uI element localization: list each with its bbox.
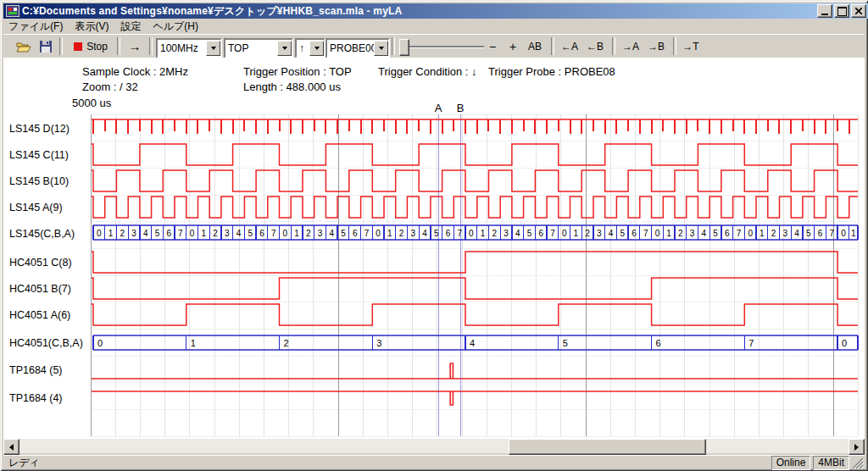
sample-clock-select[interactable]: 100MHz [156,38,222,58]
stop-button[interactable]: Stop [68,37,114,55]
scrollbar-thumb[interactable] [509,439,706,455]
sample-clock-value: 100MHz [158,42,206,54]
dropdown-button[interactable] [374,41,388,56]
goto-marker-a-button[interactable]: ←A [558,37,581,55]
pulse-tick [450,363,453,379]
bus-value: 3 [225,229,230,238]
bus-value: 3 [318,229,323,238]
bus-value: 4 [470,338,475,348]
bus-value: 6 [818,229,823,238]
resize-grip[interactable] [852,457,864,469]
info-zoom: Zoom : / 32 [82,80,138,93]
scroll-left-button[interactable] [3,439,19,455]
goto-trigger-button[interactable]: →T [680,37,702,55]
bus-value: 3 [690,229,695,238]
bus-value: 2 [771,229,776,238]
bus-value: 4 [702,229,707,238]
bus-value: 1 [481,229,486,238]
waveform-view[interactable]: LS145 D(12)LS145 C(11)LS145 B(10)LS145 A… [3,58,865,439]
window-title: C:¥Documents and Settings¥noname¥デスクトップ¥… [22,4,815,19]
scroll-right-button[interactable] [849,439,865,455]
bus-value: 5 [806,229,811,238]
bus-value: 5 [563,338,568,348]
bus-value: 1 [191,338,196,348]
marker-b-label[interactable]: B [457,102,465,114]
trigger-edge-select[interactable]: ↑ [295,38,326,58]
chevron-down-icon [211,47,216,50]
signal-label: HC4051 B(7) [9,283,71,295]
minimize-icon [821,14,828,15]
trigger-probe-select[interactable]: PROBE00 [326,38,390,58]
bus-value: 1 [760,229,765,238]
close-button[interactable] [851,4,866,18]
signal-label: HC4051 A(6) [9,309,70,321]
bus-value: 6 [656,338,661,348]
menu-view[interactable]: 表示(V) [70,18,115,36]
dropdown-button[interactable] [206,41,220,56]
bus-value: 3 [411,229,416,238]
toolbar: Stop → 100MHz TOP ↑ PROBE00 − + AB ←A [3,34,865,58]
app-icon [6,5,19,17]
signal-label: LS145(C,B,A) [9,228,75,240]
bus-value: 0 [283,229,288,238]
toolbar-separator [149,37,153,55]
bus-value: 2 [678,229,683,238]
status-online: Online [771,456,811,470]
bus-value: 3 [783,229,788,238]
save-button[interactable] [36,37,56,56]
bus-value: 1 [574,229,579,238]
bus-value: 1 [108,229,114,238]
ab-span-button[interactable]: AB [524,37,546,55]
bus-value: 7 [550,229,555,238]
stop-icon [74,42,82,51]
bus-value: 5 [713,229,718,238]
bus-value: 6 [353,229,358,238]
menu-file[interactable]: ファイル(F) [3,18,70,36]
bus-value: 5 [248,229,253,238]
info-sample-clock: Sample Clock : 2MHz [82,65,188,78]
set-marker-a-button[interactable]: →A [619,37,643,55]
open-file-button[interactable] [14,37,34,56]
status-memory: 4MBit [813,456,849,470]
bus-rail [93,335,858,350]
bus-value: 3 [504,229,509,238]
zoom-slider[interactable] [399,37,484,56]
trigger-position-select[interactable]: TOP [224,38,293,58]
bus-value: 6 [538,229,543,238]
set-marker-b-button[interactable]: →B [644,37,668,55]
chevron-down-icon [282,47,287,50]
chevron-down-icon [314,47,320,50]
zoom-in-button[interactable]: + [504,37,522,55]
bus-value: 2 [585,229,590,238]
menu-settings[interactable]: 設定 [115,18,147,36]
dropdown-button[interactable] [277,41,292,56]
zoom-out-button[interactable]: − [483,37,502,55]
slider-handle[interactable] [399,39,409,56]
bus-value: 1 [666,229,671,238]
marker-a-label[interactable]: A [435,102,442,114]
maximize-icon [837,7,847,16]
info-trigger-position: Trigger Position : TOP [243,65,352,78]
title-bar[interactable]: C:¥Documents and Settings¥noname¥デスクトップ¥… [3,3,868,19]
bus-value: 0 [748,229,753,238]
toolbar-separator [551,37,554,55]
maximize-button[interactable] [834,4,849,18]
bus-value: 2 [399,229,404,238]
minimize-button[interactable] [817,4,832,18]
signal-trace [92,170,858,191]
triangle-left-icon [9,444,14,451]
signal-trace [92,278,858,299]
signal-label: LS145 C(11) [9,149,69,161]
run-button[interactable]: → [124,37,146,55]
bus-value: 3 [376,338,381,348]
bus-value: 5 [155,229,160,238]
dropdown-button[interactable] [309,41,324,56]
menu-help[interactable]: ヘルプ(H) [147,18,205,36]
bus-value: 1 [851,229,856,238]
bus-value: 0 [376,229,381,238]
bus-value: 7 [829,229,834,238]
slider-track [399,46,484,47]
bus-value: 5 [434,229,439,238]
goto-marker-b-button[interactable]: ←B [583,37,607,55]
horizontal-scrollbar[interactable] [3,439,865,453]
